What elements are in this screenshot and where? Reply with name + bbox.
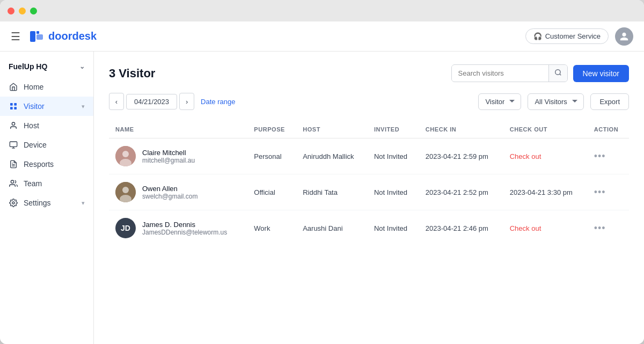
check-out-button[interactable]: Check out bbox=[510, 224, 541, 232]
sidebar-item-device-label: Device bbox=[24, 141, 85, 149]
traffic-lights bbox=[8, 8, 37, 14]
nav-left: ☰ doordesk bbox=[11, 29, 97, 44]
cell-purpose: Personal bbox=[247, 138, 296, 174]
sidebar-item-settings-label: Settings bbox=[24, 199, 76, 207]
sidebar-item-settings[interactable]: Settings ▾ bbox=[0, 193, 93, 213]
date-nav: ‹ 04/21/2023 › bbox=[109, 93, 194, 110]
sidebar-item-device[interactable]: Device bbox=[0, 135, 93, 155]
sidebar-item-team-label: Team bbox=[24, 179, 85, 188]
search-input[interactable] bbox=[452, 65, 548, 81]
visitor-name-info: Owen Allen swelch@gmail.com bbox=[142, 185, 198, 200]
svg-rect-8 bbox=[10, 142, 17, 147]
date-next-button[interactable]: › bbox=[179, 93, 194, 110]
cell-action: ••• bbox=[588, 174, 629, 210]
check-out-time: 2023-04-21 3:30 pm bbox=[510, 188, 573, 196]
search-box bbox=[451, 64, 568, 82]
cell-invited: Not Invited bbox=[368, 138, 419, 174]
svg-rect-6 bbox=[14, 107, 17, 109]
cell-action: ••• bbox=[588, 138, 629, 174]
svg-point-21 bbox=[122, 187, 129, 193]
hamburger-icon[interactable]: ☰ bbox=[11, 30, 20, 43]
cell-checkin: 2023-04-21 2:59 pm bbox=[419, 138, 503, 174]
sidebar-item-visitor-label: Visitor bbox=[24, 102, 76, 111]
app-window: ☰ doordesk 🎧 Customer Service bbox=[0, 0, 644, 344]
logo-icon bbox=[29, 29, 44, 44]
date-display: 04/21/2023 bbox=[126, 94, 177, 109]
visitor-icon bbox=[9, 101, 18, 111]
svg-rect-5 bbox=[10, 107, 13, 109]
col-host: HOST bbox=[296, 121, 368, 138]
visitor-table: NAME PURPOSE HOST INVITED CHECK IN CHECK… bbox=[109, 121, 629, 246]
logo-text: doordesk bbox=[48, 30, 97, 42]
date-range-button[interactable]: Date range bbox=[201, 98, 235, 106]
close-button[interactable] bbox=[8, 8, 14, 14]
sidebar-item-host[interactable]: Host bbox=[0, 116, 93, 135]
svg-rect-0 bbox=[30, 31, 35, 42]
col-action: ACTION bbox=[588, 121, 629, 138]
sidebar-item-visitor[interactable]: Visitor ▾ bbox=[0, 97, 93, 116]
chevron-down-icon: ▾ bbox=[82, 103, 85, 110]
more-actions-button[interactable]: ••• bbox=[594, 151, 606, 162]
more-actions-button[interactable]: ••• bbox=[594, 223, 606, 234]
sidebar-item-reports[interactable]: Resports bbox=[0, 155, 93, 174]
date-prev-button[interactable]: ‹ bbox=[109, 93, 124, 110]
new-visitor-button[interactable]: New visitor bbox=[573, 65, 629, 82]
visitor-name: Claire Mitchell bbox=[142, 149, 195, 157]
sidebar-item-home[interactable]: Home bbox=[0, 77, 93, 97]
workspace-selector[interactable]: FuelUp HQ ⌄ bbox=[0, 58, 93, 77]
cell-checkout: Check out bbox=[503, 210, 588, 246]
visitor-type-select[interactable]: Visitor bbox=[478, 93, 521, 110]
check-out-button[interactable]: Check out bbox=[510, 152, 541, 160]
top-nav: ☰ doordesk 🎧 Customer Service bbox=[0, 21, 644, 52]
cell-name: Owen Allen swelch@gmail.com bbox=[109, 174, 247, 210]
nav-right: 🎧 Customer Service bbox=[525, 27, 633, 46]
cell-host: Aarushi Dani bbox=[296, 210, 368, 246]
cell-name: JD James D. Dennis JamesDDennis@teleworm… bbox=[109, 210, 247, 246]
reports-icon bbox=[9, 159, 18, 169]
cell-invited: Not Invited bbox=[368, 174, 419, 210]
home-icon bbox=[9, 82, 18, 92]
col-invited: INVITED bbox=[368, 121, 419, 138]
search-button[interactable] bbox=[548, 65, 567, 82]
cell-action: ••• bbox=[588, 210, 629, 246]
cell-purpose: Work bbox=[247, 210, 296, 246]
svg-point-18 bbox=[122, 151, 129, 157]
visitor-name-info: James D. Dennis JamesDDennis@teleworm.us bbox=[142, 221, 227, 236]
visitor-avatar bbox=[115, 182, 136, 202]
sidebar-item-home-label: Home bbox=[24, 83, 85, 91]
cell-name: Claire Mitchell mitchell@gmail.au bbox=[109, 138, 247, 174]
svg-point-14 bbox=[12, 202, 14, 204]
maximize-button[interactable] bbox=[30, 8, 37, 14]
settings-icon bbox=[9, 198, 18, 208]
title-bar bbox=[0, 0, 644, 21]
chevron-down-icon: ▾ bbox=[82, 200, 85, 207]
visitor-avatar: JD bbox=[115, 218, 136, 238]
cell-invited: Not Invited bbox=[368, 210, 419, 246]
content-area: 3 Visitor New visitor ‹ bbox=[94, 52, 644, 344]
visitor-email: mitchell@gmail.au bbox=[142, 157, 195, 164]
page-title: 3 Visitor bbox=[109, 67, 155, 80]
workspace-name: FuelUp HQ bbox=[9, 62, 47, 71]
visitor-name: Owen Allen bbox=[142, 185, 198, 193]
more-actions-button[interactable]: ••• bbox=[594, 187, 606, 198]
svg-rect-3 bbox=[10, 103, 13, 106]
visitor-name-info: Claire Mitchell mitchell@gmail.au bbox=[142, 149, 195, 164]
all-visitors-select[interactable]: All Visitors bbox=[528, 93, 584, 110]
customer-service-label: Customer Service bbox=[545, 32, 601, 40]
table-row: JD James D. Dennis JamesDDennis@teleworm… bbox=[109, 210, 629, 246]
svg-point-13 bbox=[11, 180, 13, 183]
visitor-email: swelch@gmail.com bbox=[142, 193, 198, 200]
export-button[interactable]: Export bbox=[590, 93, 629, 110]
sidebar: FuelUp HQ ⌄ Home Visitor ▾ bbox=[0, 52, 94, 344]
svg-point-7 bbox=[12, 122, 14, 125]
minimize-button[interactable] bbox=[19, 8, 26, 14]
sidebar-item-team[interactable]: Team bbox=[0, 174, 93, 193]
customer-service-button[interactable]: 🎧 Customer Service bbox=[525, 28, 609, 44]
user-avatar[interactable] bbox=[615, 27, 633, 46]
svg-point-15 bbox=[555, 70, 560, 75]
host-icon bbox=[9, 121, 18, 130]
visitor-email: JamesDDennis@teleworm.us bbox=[142, 229, 227, 236]
cell-checkout: 2023-04-21 3:30 pm bbox=[503, 174, 588, 210]
team-icon bbox=[9, 179, 18, 188]
headset-icon: 🎧 bbox=[533, 32, 542, 40]
